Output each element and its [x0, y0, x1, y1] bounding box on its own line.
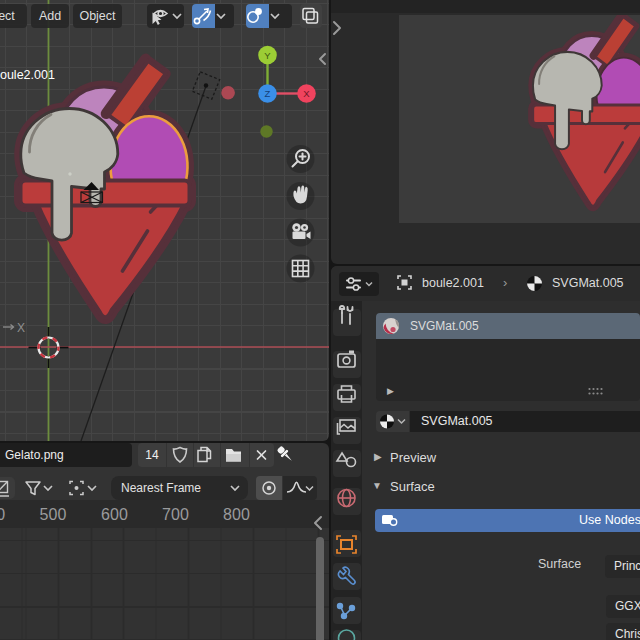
svg-text:X: X [17, 321, 25, 335]
svg-text:Z: Z [265, 88, 271, 99]
svg-text:X: X [303, 88, 310, 99]
svg-text:Y: Y [264, 50, 271, 61]
